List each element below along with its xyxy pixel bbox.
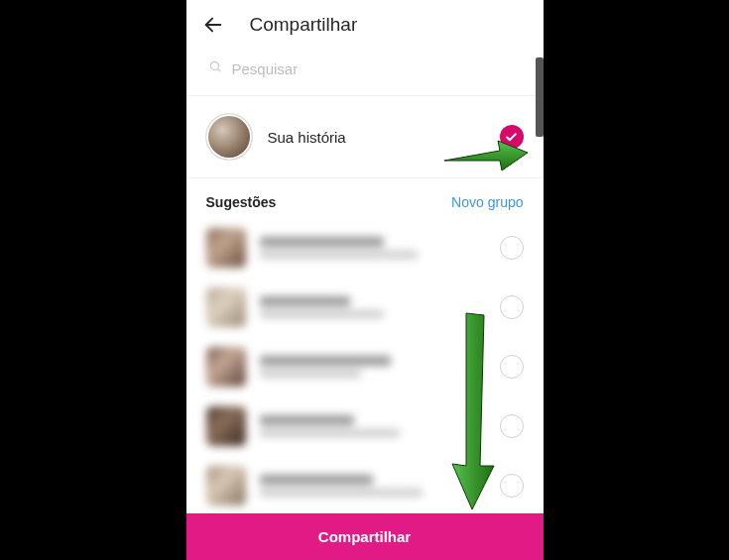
user-name-blurred (260, 296, 486, 318)
svg-line-2 (217, 69, 220, 72)
avatar (206, 287, 246, 327)
avatar (206, 406, 246, 446)
select-radio[interactable] (500, 355, 524, 379)
user-name-blurred (260, 356, 486, 378)
avatar (206, 228, 246, 268)
select-radio[interactable] (500, 236, 524, 260)
select-radio[interactable] (500, 474, 524, 498)
user-name-blurred (260, 415, 486, 437)
scrollbar[interactable] (536, 57, 544, 137)
select-radio[interactable] (500, 295, 524, 319)
search-container (186, 54, 544, 96)
suggestions-header: Sugestões Novo grupo (186, 178, 544, 218)
select-radio[interactable] (500, 414, 524, 438)
suggestion-list (186, 218, 544, 513)
share-button[interactable]: Compartilhar (186, 513, 544, 560)
svg-point-1 (210, 61, 218, 69)
list-item[interactable] (186, 218, 544, 278)
page-title: Compartilhar (250, 14, 358, 36)
search-input[interactable] (232, 60, 522, 77)
avatar (206, 466, 246, 505)
new-group-link[interactable]: Novo grupo (451, 194, 523, 210)
story-selected-check-icon[interactable] (500, 125, 524, 149)
back-arrow-icon[interactable] (202, 14, 224, 36)
your-story-row[interactable]: Sua história (186, 96, 544, 178)
list-item[interactable] (186, 337, 544, 396)
header: Compartilhar (186, 0, 544, 54)
list-item[interactable] (186, 456, 544, 513)
user-name-blurred (260, 237, 486, 259)
your-story-label: Sua história (268, 129, 484, 146)
avatar (206, 114, 252, 160)
suggestions-title: Sugestões (206, 194, 277, 210)
list-item[interactable] (186, 278, 544, 337)
avatar (206, 347, 246, 387)
user-name-blurred (260, 475, 486, 497)
share-screen: Compartilhar Sua história Sugestões Novo… (186, 0, 544, 560)
search-icon (208, 59, 222, 77)
list-item[interactable] (186, 396, 544, 456)
